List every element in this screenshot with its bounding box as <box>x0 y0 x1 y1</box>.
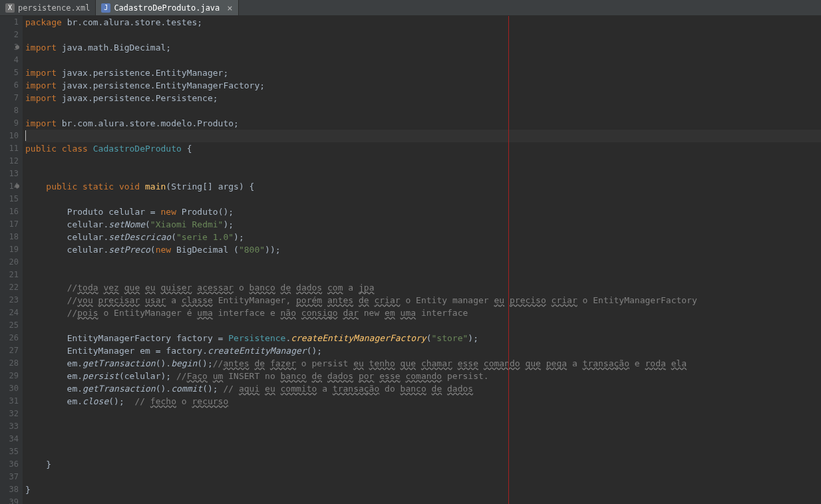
line-number: 9 <box>0 117 19 130</box>
code-line[interactable] <box>25 496 821 504</box>
code-line[interactable]: //pois o EntityManager é uma interface e… <box>25 307 821 319</box>
line-number: 2 <box>0 29 19 41</box>
line-number: 25 <box>0 319 19 332</box>
line-number: 22 <box>0 281 19 294</box>
code-line[interactable]: //toda vez que eu quiser acessar o banco… <box>25 281 821 294</box>
code-line[interactable] <box>25 168 821 180</box>
line-number: 27 <box>0 344 19 357</box>
line-number: 5 <box>0 66 19 79</box>
line-number: 34 <box>0 433 19 445</box>
code-line[interactable]: em.getTransaction().begin();//antes de f… <box>25 357 821 370</box>
line-number: 33 <box>0 420 19 433</box>
close-icon[interactable]: × <box>227 3 232 13</box>
gutter-mark-icon <box>15 45 19 49</box>
line-number: 39 <box>0 496 19 504</box>
code-editor[interactable]: 1234567891011121314151617181920212223242… <box>0 16 821 504</box>
code-line[interactable]: celular.setPreco(new BigDecimal ("800"))… <box>25 243 821 256</box>
line-number: 20 <box>0 256 19 269</box>
line-number: 21 <box>0 269 19 281</box>
code-line[interactable]: em.close(); // fecho o recurso <box>25 395 821 408</box>
line-number: 14 <box>0 180 19 193</box>
code-line[interactable] <box>25 408 821 420</box>
line-number-gutter: 1234567891011121314151617181920212223242… <box>0 16 23 504</box>
code-line[interactable] <box>25 155 821 168</box>
code-line[interactable]: } <box>25 458 821 471</box>
line-number: 24 <box>0 307 19 319</box>
line-number: 28 <box>0 357 19 370</box>
code-line[interactable] <box>25 193 821 205</box>
line-number: 1 <box>0 16 19 29</box>
code-line[interactable]: package br.com.alura.store.testes; <box>25 16 821 29</box>
tab-label: CadastroDeProduto.java <box>114 3 220 13</box>
code-line[interactable]: em.getTransaction().commit(); // aqui eu… <box>25 382 821 395</box>
line-number: 16 <box>0 205 19 218</box>
code-area[interactable]: package br.com.alura.store.testes;import… <box>23 16 821 504</box>
line-number: 35 <box>0 445 19 458</box>
code-line[interactable]: import java.math.BigDecimal; <box>25 41 821 54</box>
tab-label: persistence.xml <box>18 3 90 13</box>
gutter-mark-icon <box>15 184 19 188</box>
editor-tabs: X persistence.xml J CadastroDeProduto.ja… <box>0 0 821 16</box>
line-number: 29 <box>0 370 19 382</box>
java-file-icon: J <box>101 3 110 13</box>
code-line[interactable] <box>25 256 821 269</box>
code-line[interactable] <box>25 445 821 458</box>
code-line[interactable]: } <box>25 483 821 496</box>
text-cursor <box>25 130 26 141</box>
line-number: 8 <box>0 104 19 117</box>
code-line[interactable]: import javax.persistence.EntityManagerFa… <box>25 79 821 92</box>
line-number: 15 <box>0 193 19 205</box>
tab-persistence-xml[interactable]: X persistence.xml <box>0 0 96 15</box>
code-line[interactable] <box>25 269 821 281</box>
line-number: 18 <box>0 231 19 243</box>
line-number: 30 <box>0 382 19 395</box>
code-line[interactable] <box>25 54 821 66</box>
line-number: 37 <box>0 471 19 483</box>
line-number: 7 <box>0 92 19 104</box>
code-line[interactable]: import javax.persistence.Persistence; <box>25 92 821 104</box>
code-line[interactable] <box>25 104 821 117</box>
code-line[interactable]: celular.setNome("Xiaomi Redmi"); <box>25 218 821 231</box>
code-line[interactable] <box>25 29 821 41</box>
line-number: 38 <box>0 483 19 496</box>
line-number: 32 <box>0 408 19 420</box>
code-line[interactable]: //vou precisar usar a classe EntityManag… <box>25 294 821 307</box>
code-line[interactable] <box>25 420 821 433</box>
tab-cadastro-java[interactable]: J CadastroDeProduto.java × <box>96 0 238 15</box>
code-line[interactable]: Produto celular = new Produto(); <box>25 205 821 218</box>
print-margin-line <box>508 16 509 504</box>
code-line[interactable] <box>25 130 821 142</box>
line-number: 17 <box>0 218 19 231</box>
line-number: 26 <box>0 332 19 344</box>
line-number: 36 <box>0 458 19 471</box>
code-line[interactable]: import javax.persistence.EntityManager; <box>25 66 821 79</box>
line-number: 6 <box>0 79 19 92</box>
line-number: 23 <box>0 294 19 307</box>
xml-file-icon: X <box>5 3 15 13</box>
code-line[interactable]: public class CadastroDeProduto { <box>25 142 821 155</box>
code-line[interactable]: celular.setDescricao("serie 1.0"); <box>25 231 821 243</box>
code-line[interactable]: em.persist(celular); //Faço um INSERT no… <box>25 370 821 382</box>
code-line[interactable]: public static void main(String[] args) { <box>25 180 821 193</box>
line-number: 11 <box>0 142 19 155</box>
line-number: 3 <box>0 41 19 54</box>
line-number: 31 <box>0 395 19 408</box>
code-line[interactable]: EntityManagerFactory factory = Persisten… <box>25 332 821 344</box>
code-line[interactable]: import br.com.alura.store.modelo.Produto… <box>25 117 821 130</box>
line-number: 13 <box>0 168 19 180</box>
code-line[interactable]: EntityManager em = factory.createEntityM… <box>25 344 821 357</box>
code-line[interactable] <box>25 319 821 332</box>
line-number: 12 <box>0 155 19 168</box>
code-line[interactable] <box>25 433 821 445</box>
line-number: 10 <box>0 130 19 142</box>
code-line[interactable] <box>25 471 821 483</box>
line-number: 19 <box>0 243 19 256</box>
line-number: 4 <box>0 54 19 66</box>
